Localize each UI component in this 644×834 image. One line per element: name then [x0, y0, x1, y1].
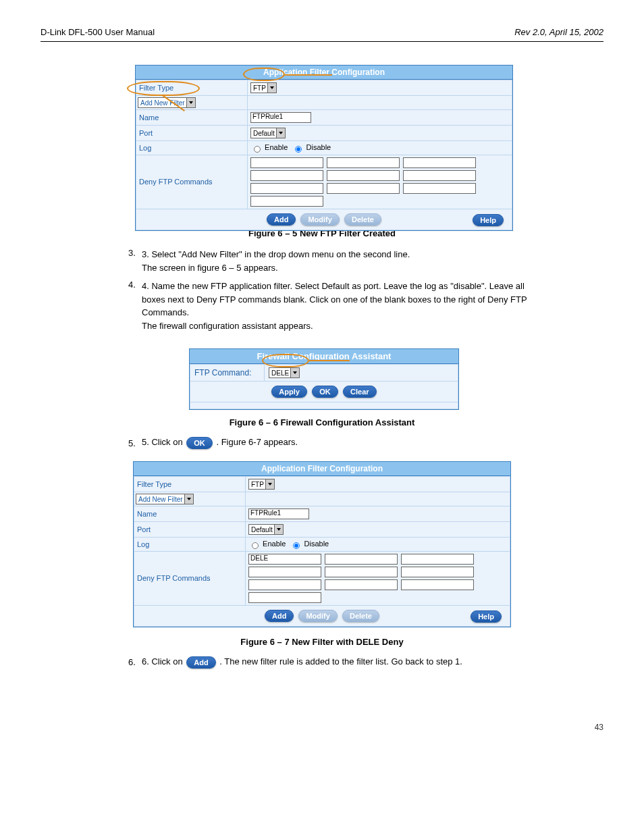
enable-text: Enable — [263, 540, 286, 548]
clear-button[interactable]: Clear — [343, 386, 377, 398]
label-deny: Deny FTP Commands — [136, 155, 248, 209]
cmd-input[interactable] — [325, 579, 398, 590]
step6-pre: 6. Click on — [142, 656, 185, 667]
filter-type-value: FTP — [251, 481, 264, 488]
label-port: Port — [134, 522, 246, 538]
filter-list-select[interactable]: Add New Filter — [138, 97, 196, 108]
filter-list-select[interactable]: Add New Filter — [136, 494, 194, 504]
filter-type-select[interactable]: FTP — [248, 479, 275, 490]
enable-text: Enable — [265, 143, 288, 151]
header-right: Rev 2.0, April 15, 2002 — [514, 27, 603, 37]
fig3-title: Application Filter Configuration — [134, 462, 510, 476]
cmd-input[interactable] — [248, 579, 321, 590]
label-deny: Deny FTP Commands — [134, 551, 246, 605]
ftp-command-select[interactable]: DELE — [269, 367, 300, 378]
deny-cmd-grid: DELE — [248, 554, 507, 603]
annotation-label: Select DELE — [352, 356, 394, 364]
fig1-title: Application Filter Configuration — [136, 66, 512, 80]
fig2-caption: Figure 6 – 6 Firewall Configuration Assi… — [41, 417, 603, 427]
name-input[interactable]: FTPRule1 — [248, 509, 309, 519]
annotation-label: Select FTP — [335, 70, 371, 78]
ftp-command-label: FTP Command: — [190, 365, 265, 382]
log-disable-radio[interactable] — [295, 146, 302, 153]
step4-text: 4. Name the new FTP application filter. … — [142, 281, 527, 317]
modify-button[interactable]: Modify — [298, 610, 337, 622]
cmd-input[interactable] — [248, 567, 321, 577]
fig1-panel: Application Filter Configuration Filter … — [135, 65, 513, 231]
chevron-down-icon — [267, 83, 276, 93]
page-number: 43 — [595, 723, 603, 732]
cmd-input[interactable] — [325, 554, 398, 565]
apply-button[interactable]: Apply — [271, 386, 307, 398]
filter-list-value: Add New Filter — [140, 99, 185, 107]
port-select[interactable]: Default — [248, 524, 284, 535]
name-input[interactable]: FTPRule1 — [250, 112, 311, 123]
ok-button[interactable]: OK — [312, 386, 338, 398]
label-name: Name — [134, 506, 246, 522]
label-port: Port — [136, 126, 248, 141]
cmd-input[interactable] — [401, 554, 474, 565]
chevron-down-icon — [274, 525, 283, 534]
cmd-input[interactable] — [250, 157, 323, 168]
filter-type-select[interactable]: FTP — [250, 82, 277, 93]
delete-button[interactable]: Delete — [344, 213, 381, 226]
fig2-title: Firewall Configuration Assistant — [190, 349, 458, 364]
label-log: Log — [134, 538, 246, 552]
deny-cmd-grid — [250, 157, 509, 207]
step4-text2: The firewall configuration assistant app… — [142, 321, 313, 331]
help-button[interactable]: Help — [471, 610, 502, 623]
step6-post: . The new filter rule is added to the fi… — [219, 656, 462, 667]
log-enable-radio[interactable] — [254, 146, 261, 153]
label-log: Log — [136, 141, 248, 155]
add-inline-button[interactable]: Add — [186, 656, 215, 669]
log-enable-radio[interactable] — [252, 542, 259, 549]
delete-button[interactable]: Delete — [342, 610, 379, 622]
cmd-input[interactable] — [327, 170, 400, 181]
header-left: D-Link DFL-500 User Manual — [41, 27, 155, 37]
filter-type-value: FTP — [253, 84, 266, 92]
fig2-panel: Firewall Configuration Assistant FTP Com… — [189, 348, 459, 410]
cmd-input[interactable] — [327, 157, 400, 168]
label-filter-type: Filter Type — [134, 477, 246, 492]
disable-text: Disable — [304, 540, 329, 548]
help-button[interactable]: Help — [473, 214, 504, 226]
cmd-input[interactable] — [403, 183, 476, 194]
fig3-panel: Application Filter Configuration Filter … — [133, 461, 511, 627]
chevron-down-icon — [186, 98, 195, 107]
cmd-input[interactable] — [250, 183, 323, 194]
chevron-down-icon — [276, 128, 285, 138]
cmd-input[interactable] — [401, 579, 474, 590]
cmd-input[interactable] — [403, 170, 476, 181]
cmd-input[interactable]: DELE — [248, 554, 321, 565]
chevron-down-icon — [184, 494, 193, 504]
cmd-input[interactable] — [327, 183, 400, 194]
filter-list-value: Add New Filter — [138, 496, 183, 503]
ftp-command-value: DELE — [271, 369, 289, 377]
cmd-input[interactable] — [403, 157, 476, 168]
cmd-input[interactable] — [250, 170, 323, 181]
step5-post: . Figure 6-7 appears. — [216, 437, 298, 447]
chevron-down-icon — [290, 368, 299, 377]
step3-text: 3. Select "Add New Filter" in the drop d… — [142, 249, 410, 259]
add-button[interactable]: Add — [267, 213, 296, 226]
add-button[interactable]: Add — [265, 610, 294, 622]
port-value: Default — [251, 526, 273, 533]
cmd-input[interactable] — [250, 196, 323, 207]
port-select[interactable]: Default — [250, 128, 286, 138]
cmd-input[interactable] — [325, 567, 398, 577]
label-name: Name — [136, 110, 248, 126]
port-value: Default — [253, 130, 275, 137]
cmd-input[interactable] — [401, 567, 474, 577]
cmd-input[interactable] — [248, 592, 321, 603]
chevron-down-icon — [265, 479, 274, 489]
fig3-caption: Figure 6 – 7 New Filter with DELE Deny — [41, 637, 603, 647]
log-disable-radio[interactable] — [293, 542, 300, 549]
modify-button[interactable]: Modify — [300, 213, 339, 226]
ok-inline-button[interactable]: OK — [186, 437, 213, 449]
step5-pre: 5. Click on — [142, 437, 185, 447]
disable-text: Disable — [306, 143, 331, 151]
label-filter-type: Filter Type — [136, 80, 248, 96]
step3-text2: The screen in figure 6 – 5 appears. — [142, 263, 278, 273]
